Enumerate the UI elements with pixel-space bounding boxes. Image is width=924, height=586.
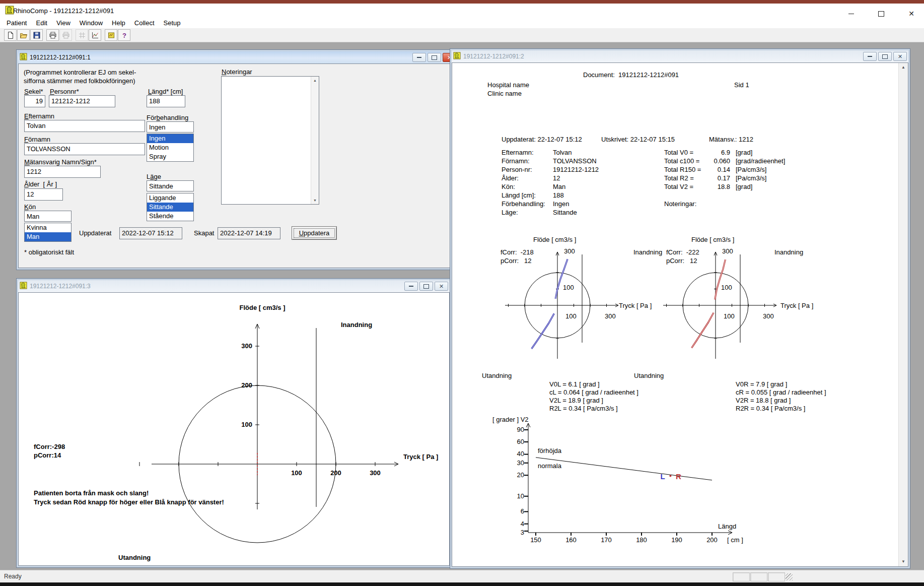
sekel-input[interactable]: 19 [24,95,45,107]
warning-line2: Tryck sedan Röd knapp för höger eller Bl… [34,498,224,506]
scroll-up-icon[interactable]: ▲ [311,77,319,84]
patient-row-label: Ålder: [502,174,519,182]
window1-title: 19121212-1212#091:1 [30,54,411,61]
fornamn-label: Förnamn [24,136,50,143]
status-text: Ready [4,573,22,580]
patient-row-label: Förnamn: [502,157,530,165]
langd-input[interactable]: 188 [147,95,185,107]
updated-timestamp: Uppdaterat: 22-12-07 15:12 [502,136,582,143]
growth-x-tick: 200 [699,536,725,544]
new-document-icon[interactable] [4,29,17,41]
list-item[interactable]: Spray [147,152,193,161]
noteringar-textarea[interactable]: ▲ ▼ [221,76,319,205]
kon-label: Kön [24,203,36,211]
scroll-down-icon[interactable]: ▼ [899,558,907,566]
window1-titlebar[interactable]: 19121212-1212#091:1 ✕ [18,51,458,63]
collect-icon[interactable] [105,29,117,41]
matansvarig-input[interactable]: 1212 [24,166,101,178]
status-pane [733,572,750,581]
lage-listbox: Liggande Sittande Stående [147,193,194,221]
sekel-label: Sekel* [24,88,43,95]
window3-maximize-button[interactable] [419,282,433,291]
alder-input[interactable]: 12 [24,188,63,201]
patient-row-label: Längd [cm]: [502,191,536,199]
window2-title: 19121212-1212#091:2 [463,53,862,60]
resize-grip-icon[interactable] [786,573,793,580]
window2-close-button[interactable]: ✕ [893,52,907,61]
window1-maximize-button[interactable] [428,53,441,62]
forbehandling-combo[interactable]: Ingen [147,121,194,133]
menu-help[interactable]: Help [107,18,130,28]
menu-view[interactable]: View [52,18,75,28]
kon-combo[interactable]: Man [24,211,72,222]
window1-minimize-button[interactable] [412,53,426,62]
left-result-line: V0L = 6.1 [ grad ] [549,380,600,388]
scroll-down-icon[interactable]: ▼ [311,197,319,204]
menu-patient[interactable]: Patient [2,18,31,28]
app-titlebar[interactable]: RhinoComp - 19121212-1212#091 ✕ [0,4,924,18]
growth-y-tick: 3 [504,529,524,536]
list-item[interactable]: Kvinna [25,223,71,232]
right-x-axis-label: Tryck [ Pa ] [780,302,813,309]
window2-maximize-button[interactable] [878,52,892,61]
y-tick-200: 200 [228,381,252,389]
right-inandning-label: Inandning [774,248,803,256]
list-item[interactable]: Ingen [147,134,193,143]
window3-close-button[interactable]: ✕ [435,282,448,291]
growth-y-tick: 40 [504,450,524,458]
clinic-name: Clinic name [487,90,522,97]
lage-combo[interactable]: Sittande [147,180,194,191]
total-row-value: 6.9 [704,149,730,156]
chart-icon[interactable] [89,29,101,41]
report-scrollbar[interactable]: ▲ ▼ [898,63,908,566]
efternamn-input[interactable]: Tolvan [24,120,145,132]
grid-icon[interactable] [76,29,88,41]
window3-body: Flöde [ cm3/s ] 300 200 100 100 200 300 … [18,292,450,566]
print-preview-icon[interactable] [59,29,72,41]
left-x-tick-100: 100 [565,312,577,320]
list-item[interactable]: Liggande [147,193,193,203]
toolbar: ? [0,28,924,42]
growth-y-axis-label: [ grader ] V2 [492,416,529,423]
uppdatera-button[interactable]: Uppdatera [292,226,337,240]
total-row-label: Total V2 = [664,183,693,190]
left-chart-title: Flöde [ cm3/s ] [533,236,576,243]
footnote: * obligatoriskt fält [24,248,74,256]
menu-setup[interactable]: Setup [159,18,185,28]
growth-x-tick: 150 [523,536,548,544]
right-y-tick-300: 300 [722,247,733,255]
noteringar-scrollbar[interactable]: ▲ ▼ [311,77,319,204]
fornamn-input[interactable]: TOLVANSSON [24,143,145,155]
total-row-value: 0.14 [704,166,730,173]
skapat-label: Skapat [194,229,214,237]
list-item[interactable]: Motion [147,143,193,152]
menu-edit[interactable]: Edit [31,18,51,28]
patient-row-value: 188 [553,191,564,199]
personnr-input[interactable]: 121212-1212 [49,95,115,107]
open-folder-icon[interactable] [17,29,30,41]
menu-collect[interactable]: Collect [130,18,159,28]
window2-titlebar[interactable]: 19121212-1212#091:2 ✕ [452,50,908,62]
zone-normala-label: normala [538,462,561,470]
window3-titlebar[interactable]: 19121212-1212#091:3 ✕ [18,280,450,292]
menu-window[interactable]: Window [75,18,107,28]
patient-row-label: Kön: [502,183,515,190]
list-item[interactable]: Sittande [147,203,193,212]
total-row-unit: [grad/radieenhet] [736,157,785,165]
total-row-label: Total R150 = [664,166,701,173]
efternamn-label: Efternamn [24,112,54,120]
fcorr-value: fCorr:-298 [34,443,65,450]
right-y-tick-100: 100 [721,284,732,291]
total-row-label: Total c100 = [664,157,699,165]
save-icon[interactable] [30,29,43,41]
help-icon[interactable]: ? [118,29,130,41]
patient-row-label: Förbehandling: [502,200,545,208]
list-item[interactable]: Man [25,232,71,241]
chart-title: Flöde [ cm3/s ] [217,304,308,311]
window3-minimize-button[interactable] [404,282,418,291]
window2-minimize-button[interactable] [863,52,877,61]
patient-row-label: Person-nr: [502,166,532,173]
scroll-up-icon[interactable]: ▲ [899,63,907,72]
print-icon[interactable] [46,29,59,41]
list-item[interactable]: Stående [147,212,193,221]
